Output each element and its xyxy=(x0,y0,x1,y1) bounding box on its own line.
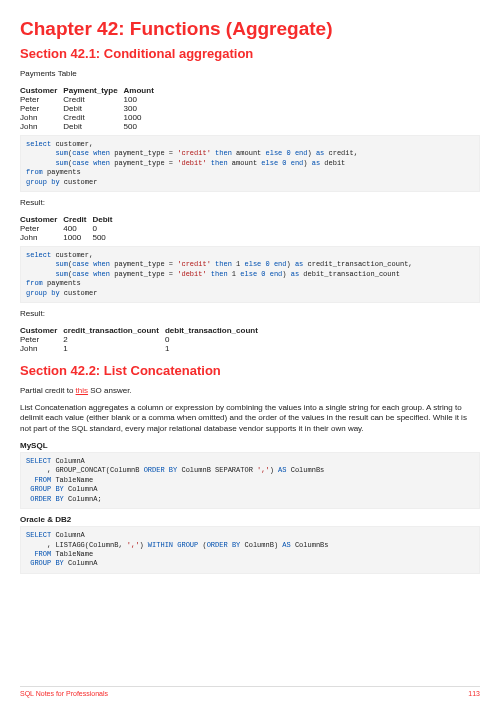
code-block-1: select customer, sum(case when payment_t… xyxy=(20,135,480,192)
result-table-2: Customer credit_transaction_count debit_… xyxy=(20,326,264,353)
chapter-title: Chapter 42: Functions (Aggregate) xyxy=(20,18,480,40)
so-answer-link[interactable]: this xyxy=(76,386,88,395)
table-header: Debit xyxy=(92,215,118,224)
code-block-2: select customer, sum(case when payment_t… xyxy=(20,246,480,303)
mysql-label: MySQL xyxy=(20,441,480,450)
section-1-title: Section 42.1: Conditional aggregation xyxy=(20,46,480,61)
section-2-description: List Concatenation aggregates a column o… xyxy=(20,403,480,435)
table-header: credit_transaction_count xyxy=(63,326,165,335)
result-label: Result: xyxy=(20,198,480,209)
table-row: John11 xyxy=(20,344,264,353)
table-row: John1000500 xyxy=(20,233,118,242)
code-block-mysql: SELECT ColumnA , GROUP_CONCAT(ColumnB OR… xyxy=(20,452,480,509)
result-label: Result: xyxy=(20,309,480,320)
table-row: JohnDebit500 xyxy=(20,122,160,131)
credit-line: Partial credit to this SO answer. xyxy=(20,386,480,397)
payments-table-label: Payments Table xyxy=(20,69,480,80)
payments-table: Customer Payment_type Amount PeterCredit… xyxy=(20,86,160,131)
footer-title: SQL Notes for Professionals xyxy=(20,690,108,697)
table-header: Payment_type xyxy=(63,86,123,95)
table-header: Credit xyxy=(63,215,92,224)
table-header: Amount xyxy=(124,86,160,95)
table-header: Customer xyxy=(20,215,63,224)
oracle-label: Oracle & DB2 xyxy=(20,515,480,524)
table-row: JohnCredit1000 xyxy=(20,113,160,122)
section-2-title: Section 42.2: List Concatenation xyxy=(20,363,480,378)
result-table-1: Customer Credit Debit Peter4000 John1000… xyxy=(20,215,118,242)
table-header: Customer xyxy=(20,326,63,335)
table-header: Customer xyxy=(20,86,63,95)
table-row: PeterCredit100 xyxy=(20,95,160,104)
page-footer: SQL Notes for Professionals 113 xyxy=(20,686,480,697)
table-header: debit_transaction_count xyxy=(165,326,264,335)
table-row: PeterDebit300 xyxy=(20,104,160,113)
table-row: Peter20 xyxy=(20,335,264,344)
table-row: Peter4000 xyxy=(20,224,118,233)
page-number: 113 xyxy=(468,690,480,697)
code-block-oracle: SELECT ColumnA , LISTAGG(ColumnB, ',') W… xyxy=(20,526,480,574)
